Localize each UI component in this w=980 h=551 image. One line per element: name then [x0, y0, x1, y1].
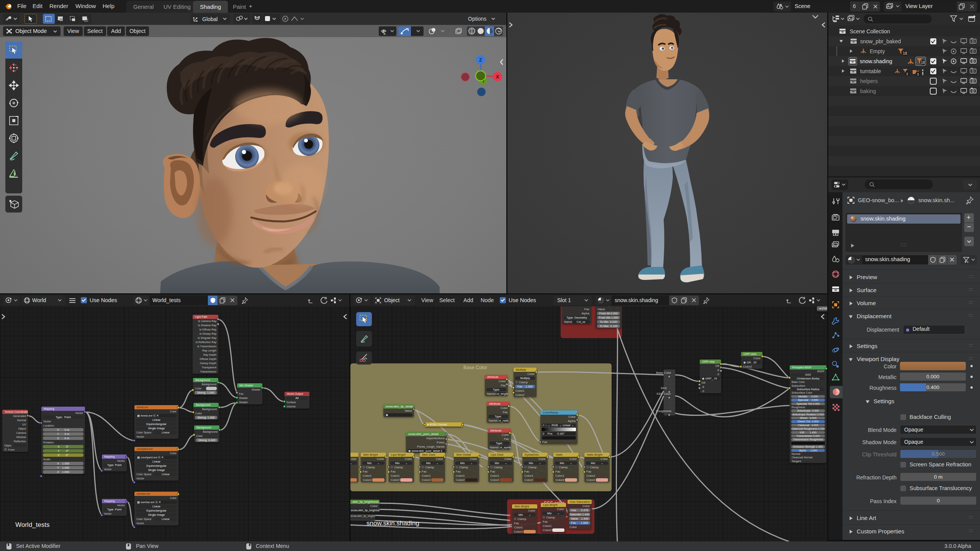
- svg-text:2: 2: [906, 72, 908, 76]
- svg-text:Z: Z: [479, 57, 482, 63]
- svg-text:3: 3: [917, 72, 919, 76]
- svg-text:18: 18: [903, 51, 907, 56]
- svg-text:X: X: [496, 74, 499, 80]
- svg-text:18: 18: [921, 60, 925, 65]
